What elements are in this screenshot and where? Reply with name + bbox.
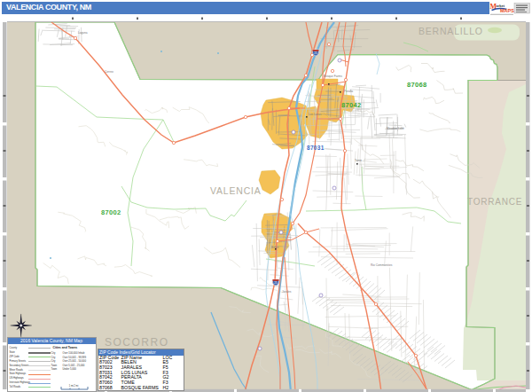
svg-text:87042: 87042 xyxy=(341,101,361,109)
svg-text:Peralta: Peralta xyxy=(344,90,353,93)
svg-text:SOCORRO: SOCORRO xyxy=(105,336,169,349)
svg-text:87031: 87031 xyxy=(307,145,325,151)
svg-text:1 mi 2 mi: 1 mi 2 mi xyxy=(68,384,78,388)
svg-text:Rio Communities: Rio Communities xyxy=(371,263,393,267)
svg-text:87068: 87068 xyxy=(407,81,426,89)
svg-text:25: 25 xyxy=(274,281,278,285)
svg-text:25: 25 xyxy=(314,51,317,55)
svg-text:MAPS: MAPS xyxy=(500,8,514,13)
svg-text:Jarales: Jarales xyxy=(282,290,292,294)
svg-text:VALENCIA: VALENCIA xyxy=(210,185,262,196)
svg-text:87002: 87002 xyxy=(101,208,121,216)
svg-text:Tome: Tome xyxy=(355,159,362,162)
svg-text:Bosque Farms: Bosque Farms xyxy=(324,74,342,78)
svg-text:TORRANCE: TORRANCE xyxy=(467,197,522,207)
svg-text:Belen: Belen xyxy=(271,246,278,249)
svg-text:Meadow Lake: Meadow Lake xyxy=(387,127,404,130)
svg-text:BERNALILLO: BERNALILLO xyxy=(419,26,483,36)
svg-text:Los Lunas: Los Lunas xyxy=(309,113,322,116)
svg-text:Correo: Correo xyxy=(105,70,113,74)
svg-text:Laguna: Laguna xyxy=(78,31,88,35)
